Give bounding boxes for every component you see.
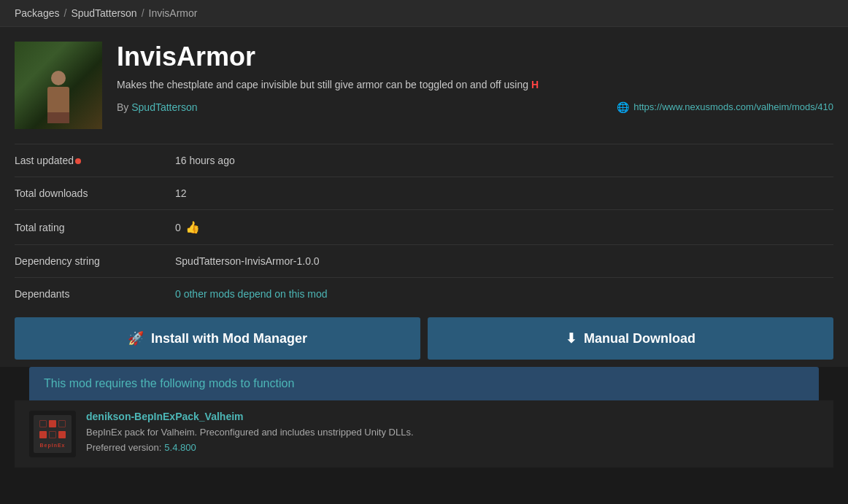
breadcrumb: Packages / SpudTatterson / InvisArmor [0,0,848,27]
dep-icon: BepInEx [29,411,76,457]
mod-header: InvisArmor Makes the chestplate and cape… [0,27,848,144]
mod-info: InvisArmor Makes the chestplate and cape… [117,42,833,113]
bepinex-logo: BepInEx [29,411,76,457]
mod-thumbnail [15,42,102,129]
globe-icon: 🌐 [617,101,629,113]
stat-value-total-downloads: 12 [175,187,187,199]
manual-download-button[interactable]: ⬇ Manual Download [428,317,833,360]
requirements-header: This mod requires the following mods to … [29,367,819,400]
stat-value-dependency-string: SpudTatterson-InvisArmor-1.0.0 [175,255,320,267]
dep-version-value: 5.4.800 [164,442,196,453]
dep-name-link[interactable]: denikson-BepInExPack_Valheim [86,411,819,422]
stat-row-total-downloads: Total downloads 12 [15,177,833,209]
breadcrumb-current: InvisArmor [149,7,198,19]
description-highlight: H [531,79,539,90]
breadcrumb-sep-1: / [63,7,66,19]
rocket-icon: 🚀 [128,330,144,346]
stats-section: Last updated 16 hours ago Total download… [0,144,848,310]
rating-number: 0 [175,222,181,233]
stat-label-dependants: Dependants [15,288,175,300]
stat-row-last-updated: Last updated 16 hours ago [15,144,833,177]
author-link[interactable]: SpudTatterson [131,101,197,113]
stat-row-total-rating: Total rating 0 👍 [15,209,833,244]
breadcrumb-packages[interactable]: Packages [15,7,59,19]
stat-value-last-updated: 16 hours ago [175,155,235,166]
stat-label-last-updated: Last updated [15,155,175,166]
mod-author-row: By SpudTatterson 🌐 https://www.nexusmods… [117,101,833,113]
dependency-item: BepInEx denikson-BepInExPack_Valheim Bep… [15,400,833,468]
nexus-link[interactable]: 🌐 https://www.nexusmods.com/valheim/mods… [617,101,833,113]
install-with-mod-manager-button[interactable]: 🚀 Install with Mod Manager [15,317,420,360]
dep-description: BepInEx pack for Valheim. Preconfigured … [86,427,819,438]
stat-label-dependency-string: Dependency string [15,255,175,267]
download-icon: ⬇ [566,330,577,346]
nexus-url-text: https://www.nexusmods.com/valheim/mods/4… [633,101,833,112]
dep-details: denikson-BepInExPack_Valheim BepInEx pac… [86,411,819,453]
stat-row-dependants: Dependants 0 other mods depend on this m… [15,277,833,310]
mod-description: Makes the chestplate and cape invisible … [117,78,833,93]
mod-by: By SpudTatterson [117,101,198,113]
breadcrumb-sep-2: / [142,7,144,19]
update-dot [75,158,81,164]
requirements-wrapper: This mod requires the following mods to … [0,367,848,468]
stat-label-total-rating: Total rating [15,222,175,233]
button-row: 🚀 Install with Mod Manager ⬇ Manual Down… [0,310,848,367]
stat-row-dependency-string: Dependency string SpudTatterson-InvisArm… [15,244,833,277]
mod-description-text: Makes the chestplate and cape invisible … [117,79,539,90]
breadcrumb-author[interactable]: SpudTatterson [71,7,136,19]
by-label: By [117,101,128,113]
stat-label-total-downloads: Total downloads [15,187,175,199]
mod-title: InvisArmor [117,42,833,72]
content-wrapper: This mod requires the following mods to … [0,367,848,482]
stat-value-total-rating: 0 👍 [175,220,200,234]
dep-version-row: Preferred version: 5.4.800 [86,442,819,453]
stat-value-dependants: 0 other mods depend on this mod [175,288,328,300]
dep-version-label: Preferred version: [86,442,161,453]
install-button-label: Install with Mod Manager [151,331,307,346]
manual-button-label: Manual Download [584,331,695,346]
thumbs-up-icon: 👍 [185,220,200,234]
